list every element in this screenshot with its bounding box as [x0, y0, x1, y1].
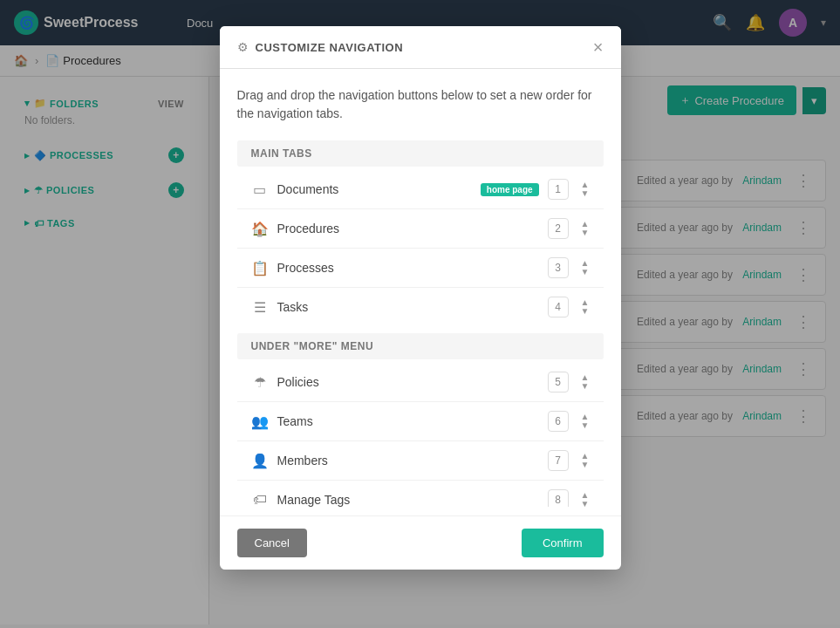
members-nav-label: Members: [277, 454, 539, 468]
procedures-arrows[interactable]: ▲ ▼: [581, 220, 590, 237]
manage-tags-down-arrow[interactable]: ▼: [581, 500, 590, 507]
policies-down-arrow[interactable]: ▼: [581, 382, 590, 391]
manage-tags-arrows[interactable]: ▲ ▼: [581, 491, 590, 507]
settings-icon: ⚙: [237, 40, 249, 54]
nav-item-members[interactable]: 👤 Members 7 ▲ ▼: [237, 441, 604, 481]
main-tabs-header: MAIN TABS: [237, 140, 604, 167]
teams-arrows[interactable]: ▲ ▼: [581, 413, 590, 430]
modal-scroll-area: MAIN TABS ▭ Documents home page 1 ▲ ▼ 🏠: [237, 140, 604, 507]
manage-tags-order-num: 8: [548, 489, 569, 507]
more-menu-header: UNDER "MORE" MENU: [237, 333, 604, 359]
procedures-down-arrow[interactable]: ▼: [581, 229, 590, 237]
policies-nav-label: Policies: [277, 375, 539, 389]
tasks-down-arrow[interactable]: ▼: [581, 307, 590, 316]
modal-title-area: ⚙ CUSTOMIZE NAVIGATION: [237, 40, 404, 54]
documents-icon: ▭: [251, 181, 269, 198]
nav-item-manage-tags[interactable]: 🏷 Manage Tags 8 ▲ ▼: [237, 481, 604, 507]
customize-navigation-modal: ⚙ CUSTOMIZE NAVIGATION × Drag and drop t…: [220, 26, 621, 570]
tasks-nav-icon: ☰: [251, 299, 269, 316]
policies-order-num: 5: [548, 372, 569, 392]
members-down-arrow[interactable]: ▼: [581, 461, 590, 469]
home-page-badge: home page: [481, 183, 539, 196]
teams-order-num: 6: [548, 411, 569, 432]
procedures-nav-label: Procedures: [277, 222, 539, 236]
tasks-order-num: 4: [548, 297, 569, 317]
main-tabs-section: MAIN TABS ▭ Documents home page 1 ▲ ▼ 🏠: [237, 140, 604, 326]
modal-description: Drag and drop the navigation buttons bel…: [237, 86, 604, 123]
nav-item-processes[interactable]: 📋 Processes 3 ▲ ▼: [237, 249, 604, 288]
nav-item-teams[interactable]: 👥 Teams 6 ▲ ▼: [237, 402, 604, 441]
procedures-nav-icon: 🏠: [251, 221, 269, 237]
modal-overlay: ⚙ CUSTOMIZE NAVIGATION × Drag and drop t…: [0, 0, 840, 628]
modal-body: Drag and drop the navigation buttons bel…: [220, 69, 621, 515]
tasks-nav-label: Tasks: [277, 300, 539, 314]
modal-title: CUSTOMIZE NAVIGATION: [256, 41, 404, 54]
members-arrows[interactable]: ▲ ▼: [581, 452, 590, 469]
manage-tags-nav-label: Manage Tags: [277, 493, 539, 507]
documents-down-arrow[interactable]: ▼: [581, 189, 590, 198]
modal-footer: Cancel Confirm: [220, 515, 621, 570]
processes-arrows[interactable]: ▲ ▼: [581, 259, 590, 276]
procedures-order-num: 2: [548, 218, 569, 239]
nav-item-tasks[interactable]: ☰ Tasks 4 ▲ ▼: [237, 288, 604, 326]
nav-item-procedures[interactable]: 🏠 Procedures 2 ▲ ▼: [237, 209, 604, 249]
confirm-button[interactable]: Confirm: [522, 529, 604, 557]
policies-arrows[interactable]: ▲ ▼: [581, 373, 590, 391]
members-order-num: 7: [548, 450, 569, 471]
teams-nav-icon: 👥: [251, 413, 269, 430]
tasks-arrows[interactable]: ▲ ▼: [581, 298, 590, 316]
more-menu-section: UNDER "MORE" MENU ☂ Policies 5 ▲ ▼ 👥 Tea…: [237, 333, 604, 507]
processes-nav-label: Processes: [277, 261, 539, 275]
teams-nav-label: Teams: [277, 414, 539, 428]
policies-nav-icon: ☂: [251, 374, 269, 391]
documents-label: Documents: [277, 182, 472, 196]
nav-item-documents[interactable]: ▭ Documents home page 1 ▲ ▼: [237, 170, 604, 209]
modal-close-button[interactable]: ×: [593, 38, 604, 56]
processes-order-num: 3: [548, 257, 569, 278]
teams-down-arrow[interactable]: ▼: [581, 421, 590, 430]
cancel-button[interactable]: Cancel: [237, 529, 307, 557]
documents-order-num: 1: [548, 179, 569, 200]
modal-header: ⚙ CUSTOMIZE NAVIGATION ×: [220, 26, 621, 69]
processes-down-arrow[interactable]: ▼: [581, 268, 590, 276]
manage-tags-nav-icon: 🏷: [251, 492, 269, 507]
nav-item-policies[interactable]: ☂ Policies 5 ▲ ▼: [237, 363, 604, 402]
processes-nav-icon: 📋: [251, 260, 269, 276]
documents-arrows[interactable]: ▲ ▼: [581, 181, 590, 198]
members-nav-icon: 👤: [251, 453, 269, 469]
